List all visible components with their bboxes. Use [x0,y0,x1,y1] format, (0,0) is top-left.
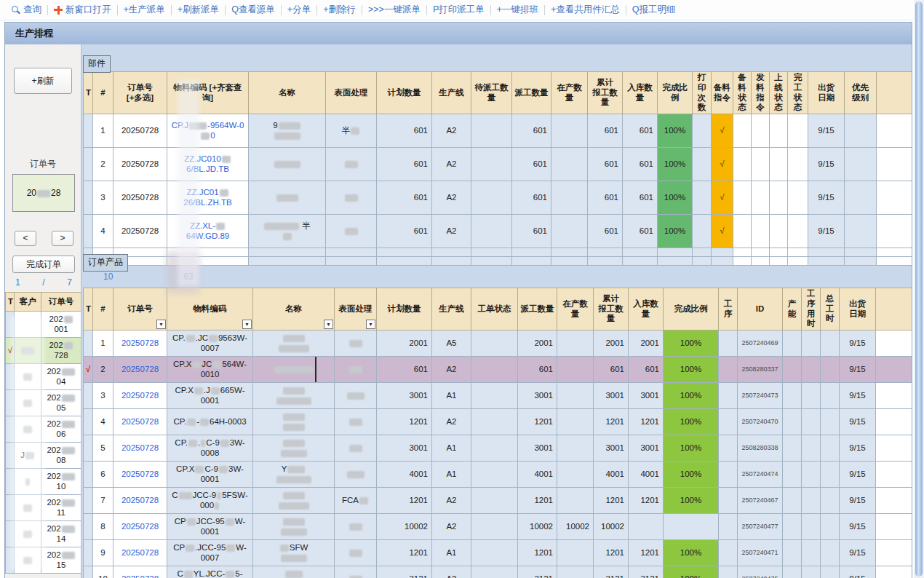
toolbar-new-window-button[interactable]: 新窗口打开 [48,0,117,20]
parts-table-cell-code[interactable]: ZZ.JC0126/BL.ZH.TB [167,181,249,215]
scrollbar-thumb[interactable] [915,1,923,577]
parts-table-row-2[interactable]: 220250728ZZ.JC0106/BL.JD.TB601A260160160… [84,148,912,181]
parts-table-header-name[interactable]: 名称 [249,72,326,114]
products-table-header-surface[interactable]: 表面处理▼ [335,288,377,330]
parts-table-header-order[interactable]: 订单号 [+多选] [113,72,167,114]
products-table-row-10[interactable]: 1020250728CYL.JCC-5-0001 3121A2312131213… [84,566,912,578]
products-table-header-ptime[interactable]: 工序 用时 [802,288,821,330]
page-current[interactable]: 1 [15,277,20,288]
products-table-header-id[interactable]: ID [738,288,783,330]
products-table-cell-order[interactable]: 20250728 [113,383,167,409]
products-table-row-3[interactable]: 320250728CP.X.J665W-0001 3001A1300130013… [84,383,912,409]
parts-table-cell-code[interactable]: CP.J-9564W-00 [167,114,249,148]
products-table-header-plan[interactable]: 计划数量 [377,288,432,330]
parts-table-header-pct[interactable]: 完成比例 [658,72,693,114]
parts-table-header-ship[interactable]: 出货 日期 [808,72,845,114]
toolbar-report-detail-button[interactable]: Q报工明细 [626,0,682,20]
products-table-cell-order[interactable]: 20250728 [113,488,167,514]
products-table-cell-order[interactable]: 20250728 [113,462,167,488]
toolbar-create-dispatch-button[interactable]: +生产派单 [118,0,171,20]
products-table-cell-order[interactable]: 20250728 [113,514,167,540]
toolbar-split-order-button[interactable]: +分单 [282,0,316,20]
products-table-row-1[interactable]: 120250728CP..JC9563W-0007 2001A520012001… [84,330,912,357]
products-table-header-pad[interactable] [876,288,912,330]
products-table-header-ttime[interactable]: 总 工时 [821,288,840,330]
products-table-row-9[interactable]: 920250728CP.JCC-95W-0007SFW 1201A1120112… [84,540,912,566]
products-table-row-5[interactable]: 520250728CP..C-93W-0008 3001A13001300130… [84,435,912,462]
parts-table-header-issue[interactable]: 发料 指令 [752,72,770,114]
products-table-header-name[interactable]: 名称▼ [253,288,335,330]
products-table-row-2[interactable]: √220250728CP.XJC564W-0010601A26016016011… [84,357,912,383]
products-table-row-6[interactable]: 620250728CP.XC-93W-0001Y 4001A1400140014… [84,462,912,488]
parts-table-header-report[interactable]: 累计 报工数量 [588,72,623,114]
orders-list-table-row-4[interactable]: 20205 [6,390,81,416]
filter-dropdown-icon[interactable]: ▼ [366,320,375,329]
products-table-cell-order[interactable]: 20250728 [113,435,167,462]
products-table-cell-order[interactable]: 20250728 [113,357,167,383]
orders-list-table-row-7[interactable]: 20210 [6,469,81,495]
orders-list-table-row-5[interactable]: 20206 [6,416,81,443]
parts-table-header-plan[interactable]: 计划数量 [377,72,432,114]
filter-dropdown-icon[interactable]: ▼ [324,320,333,329]
filter-dropdown-icon[interactable]: ▼ [242,320,252,329]
products-table-cell-order[interactable]: 20250728 [113,330,167,357]
orders-list-table-row-1[interactable]: 202001 [6,312,81,338]
parts-table-header-wait[interactable]: 待派工数量 [471,72,512,114]
parts-table-header-done[interactable]: 完工 状态 [788,72,808,114]
orders-list-table-header-customer[interactable]: 客户 [15,293,41,312]
parts-table-header-pad[interactable] [877,72,912,114]
orders-list-table-header-t[interactable]: T [6,293,15,312]
parts-table-row-3[interactable]: 320250728ZZ.JC0126/BL.ZH.TB601A260160160… [84,181,912,215]
parts-table-header-print[interactable]: 打印 次数 [693,72,712,114]
parts-table-row-4[interactable]: 420250728ZZ.XL-64W.GD.89 半 601A260160160… [84,215,912,248]
products-table-header-report[interactable]: 累计 报工数量 [594,288,629,330]
parts-table-header-prio[interactable]: 优先 级别 [845,72,877,114]
parts-table-header-inprod[interactable]: 在产数量 [551,72,588,114]
prev-order-button[interactable]: < [15,231,36,246]
parts-table-row-1[interactable]: 120250728CP.J-9564W-009 半601A26016016011… [84,114,912,148]
orders-list-table-row-9[interactable]: 20214 [6,521,81,547]
toolbar-refresh-dispatch-button[interactable]: +刷新派单 [172,0,225,20]
parts-table-header-idx[interactable]: # [93,72,113,114]
toolbar-one-key-dispatch-button[interactable]: >>>一键派单 [362,0,426,20]
parts-table-header-dispatch[interactable]: 派工数量 [512,72,551,114]
parts-table-header-code[interactable]: 物料编码 [+齐套查询] [167,72,249,114]
next-order-button[interactable]: > [52,231,73,246]
vertical-scrollbar[interactable] [914,0,924,578]
parts-table-header-line[interactable]: 生产线 [432,72,471,114]
toolbar-view-source-order-button[interactable]: Q查看源单 [226,0,281,20]
toolbar-one-key-schedule-button[interactable]: +一键排班 [491,0,544,20]
orders-list-table-row-3[interactable]: 20204 [6,364,81,390]
tab-parts[interactable]: 部件 [83,55,111,73]
products-table-header-code[interactable]: 物料编码▼ [167,288,253,330]
refresh-button[interactable]: +刷新 [14,68,72,94]
parts-table-cell-code[interactable]: ZZ.XL-64W.GD.89 [167,215,249,248]
parts-table-cell-code[interactable]: ZZ.JC0106/BL.JD.TB [167,148,249,181]
tab-order-products[interactable]: 订单产品 [83,254,128,272]
products-table-header-t[interactable]: T [84,288,93,330]
toolbar-query-button[interactable]: 查询 [6,0,47,20]
products-table-cell-order[interactable]: 20250728 [113,566,167,578]
products-table-header-inprod[interactable]: 在产数量 [557,288,594,330]
orders-list-table-header-order[interactable]: 订单号 [41,293,81,312]
products-table-header-status[interactable]: 工单状态 [471,288,518,330]
toolbar-delete-row-button[interactable]: +删除行 [317,0,362,20]
orders-list-table-row-10[interactable]: 20215 [6,547,81,574]
parts-table-header-prep[interactable]: 备料 指令 [712,72,733,114]
page-total[interactable]: 7 [67,277,72,288]
parts-table-header-instock[interactable]: 入库数量 [623,72,658,114]
products-table-row-8[interactable]: 820250728CPJCC-95W-0001 10002A2100021000… [84,514,912,540]
products-table-header-line[interactable]: 生产线 [432,288,471,330]
order-no-input[interactable]: 2028 [12,174,75,212]
parts-table-header-online[interactable]: 上线 状态 [770,72,788,114]
products-table-header-idx[interactable]: # [93,288,113,330]
products-table-header-dispatch[interactable]: 派工数量 [518,288,557,330]
toolbar-view-shared-parts-button[interactable]: +查看共用件汇总 [545,0,626,20]
products-table-row-7[interactable]: 720250728CJCC-95FSW-000 FCA1201A21201120… [84,488,912,514]
products-table-cell-order[interactable]: 20250728 [113,409,167,435]
filter-dropdown-icon[interactable]: ▼ [156,320,166,329]
products-table-header-cap[interactable]: 产能 [783,288,802,330]
products-table-row-4[interactable]: 420250728CP.-64H-0003 1201A2120112011201… [84,409,912,435]
orders-list-table-row-6[interactable]: J20208 [6,443,81,469]
products-table-header-ship[interactable]: 出货 日期 [840,288,876,330]
